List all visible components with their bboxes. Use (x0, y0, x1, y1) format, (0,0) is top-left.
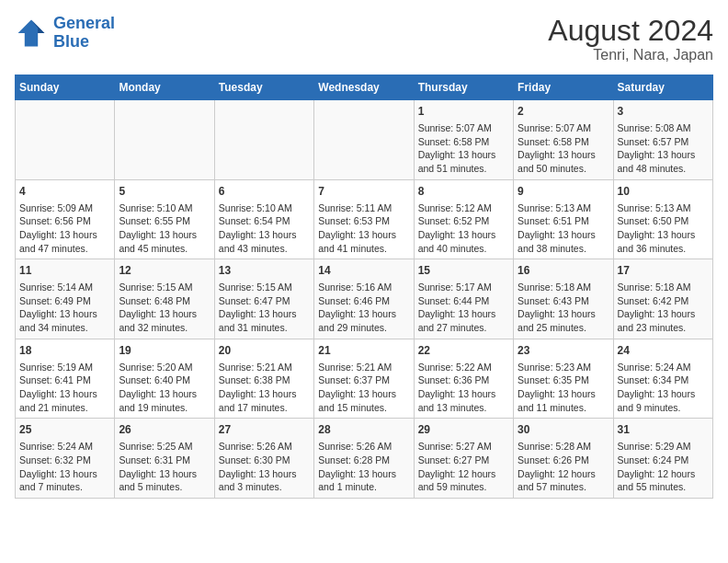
day-info: Sunrise: 5:14 AM Sunset: 6:49 PM Dayligh… (19, 281, 110, 335)
day-number: 16 (518, 263, 609, 279)
day-info: Sunrise: 5:09 AM Sunset: 6:56 PM Dayligh… (19, 201, 110, 256)
day-info: Sunrise: 5:22 AM Sunset: 6:36 PM Dayligh… (418, 361, 509, 415)
day-cell: 26Sunrise: 5:25 AM Sunset: 6:31 PM Dayli… (115, 419, 214, 499)
day-number: 10 (618, 184, 709, 200)
week-row-5: 25Sunrise: 5:24 AM Sunset: 6:32 PM Dayli… (16, 419, 713, 499)
day-cell: 3Sunrise: 5:08 AM Sunset: 6:57 PM Daylig… (613, 100, 712, 180)
day-info: Sunrise: 5:21 AM Sunset: 6:37 PM Dayligh… (318, 361, 409, 415)
day-info: Sunrise: 5:27 AM Sunset: 6:27 PM Dayligh… (418, 440, 509, 494)
day-number: 2 (518, 104, 609, 120)
day-info: Sunrise: 5:07 AM Sunset: 6:58 PM Dayligh… (518, 121, 609, 176)
header-day-friday: Friday (514, 75, 613, 100)
day-info: Sunrise: 5:26 AM Sunset: 6:28 PM Dayligh… (318, 440, 409, 494)
day-info: Sunrise: 5:25 AM Sunset: 6:31 PM Dayligh… (119, 440, 210, 494)
day-cell: 9Sunrise: 5:13 AM Sunset: 6:51 PM Daylig… (514, 179, 613, 259)
day-cell: 4Sunrise: 5:09 AM Sunset: 6:56 PM Daylig… (16, 179, 115, 259)
day-info: Sunrise: 5:15 AM Sunset: 6:48 PM Dayligh… (119, 281, 210, 335)
week-row-2: 4Sunrise: 5:09 AM Sunset: 6:56 PM Daylig… (16, 179, 713, 259)
logo-line1: General (53, 15, 115, 33)
calendar-table: SundayMondayTuesdayWednesdayThursdayFrid… (15, 75, 713, 499)
day-info: Sunrise: 5:18 AM Sunset: 6:42 PM Dayligh… (618, 281, 709, 335)
day-number: 13 (219, 263, 310, 279)
day-number: 20 (219, 343, 310, 359)
day-number: 6 (219, 184, 310, 200)
day-cell (115, 100, 214, 180)
week-row-3: 11Sunrise: 5:14 AM Sunset: 6:49 PM Dayli… (16, 259, 713, 339)
day-cell: 5Sunrise: 5:10 AM Sunset: 6:55 PM Daylig… (115, 179, 214, 259)
day-cell: 17Sunrise: 5:18 AM Sunset: 6:42 PM Dayli… (613, 259, 712, 339)
day-cell (16, 100, 115, 180)
day-info: Sunrise: 5:11 AM Sunset: 6:53 PM Dayligh… (318, 201, 409, 256)
header-row: SundayMondayTuesdayWednesdayThursdayFrid… (16, 75, 713, 100)
header-day-wednesday: Wednesday (314, 75, 414, 100)
day-cell: 31Sunrise: 5:29 AM Sunset: 6:24 PM Dayli… (613, 419, 712, 499)
day-number: 15 (418, 263, 509, 279)
day-number: 28 (318, 422, 409, 438)
day-cell: 20Sunrise: 5:21 AM Sunset: 6:38 PM Dayli… (214, 339, 313, 419)
day-cell: 29Sunrise: 5:27 AM Sunset: 6:27 PM Dayli… (414, 419, 513, 499)
day-info: Sunrise: 5:21 AM Sunset: 6:38 PM Dayligh… (219, 361, 310, 415)
day-info: Sunrise: 5:19 AM Sunset: 6:41 PM Dayligh… (19, 361, 110, 415)
day-cell: 30Sunrise: 5:28 AM Sunset: 6:26 PM Dayli… (514, 419, 613, 499)
day-cell: 24Sunrise: 5:24 AM Sunset: 6:34 PM Dayli… (613, 339, 712, 419)
day-info: Sunrise: 5:29 AM Sunset: 6:24 PM Dayligh… (618, 440, 709, 494)
day-cell: 19Sunrise: 5:20 AM Sunset: 6:40 PM Dayli… (115, 339, 214, 419)
day-number: 29 (418, 422, 509, 438)
week-row-4: 18Sunrise: 5:19 AM Sunset: 6:41 PM Dayli… (16, 339, 713, 419)
day-number: 27 (219, 422, 310, 438)
day-cell (214, 100, 313, 180)
day-number: 14 (318, 263, 409, 279)
day-number: 23 (518, 343, 609, 359)
page-header: General Blue August 2024 Tenri, Nara, Ja… (15, 15, 713, 63)
title-block: August 2024 Tenri, Nara, Japan (548, 15, 713, 63)
day-number: 3 (618, 104, 709, 120)
day-info: Sunrise: 5:24 AM Sunset: 6:32 PM Dayligh… (19, 440, 110, 494)
logo-icon (15, 17, 48, 50)
day-number: 18 (19, 343, 110, 359)
day-number: 5 (119, 184, 210, 200)
day-number: 19 (119, 343, 210, 359)
day-number: 24 (618, 343, 709, 359)
day-cell: 6Sunrise: 5:10 AM Sunset: 6:54 PM Daylig… (214, 179, 313, 259)
day-info: Sunrise: 5:26 AM Sunset: 6:30 PM Dayligh… (219, 440, 310, 494)
day-cell: 11Sunrise: 5:14 AM Sunset: 6:49 PM Dayli… (16, 259, 115, 339)
day-cell (314, 100, 414, 180)
day-info: Sunrise: 5:28 AM Sunset: 6:26 PM Dayligh… (518, 440, 609, 494)
header-day-thursday: Thursday (414, 75, 513, 100)
header-day-saturday: Saturday (613, 75, 712, 100)
day-number: 17 (618, 263, 709, 279)
calendar-subtitle: Tenri, Nara, Japan (548, 47, 713, 63)
day-info: Sunrise: 5:18 AM Sunset: 6:43 PM Dayligh… (518, 281, 609, 335)
day-info: Sunrise: 5:08 AM Sunset: 6:57 PM Dayligh… (618, 121, 709, 176)
day-cell: 7Sunrise: 5:11 AM Sunset: 6:53 PM Daylig… (314, 179, 414, 259)
day-number: 11 (19, 263, 110, 279)
day-info: Sunrise: 5:15 AM Sunset: 6:47 PM Dayligh… (219, 281, 310, 335)
day-cell: 16Sunrise: 5:18 AM Sunset: 6:43 PM Dayli… (514, 259, 613, 339)
week-row-1: 1Sunrise: 5:07 AM Sunset: 6:58 PM Daylig… (16, 100, 713, 180)
logo: General Blue (15, 15, 115, 52)
day-number: 12 (119, 263, 210, 279)
day-cell: 13Sunrise: 5:15 AM Sunset: 6:47 PM Dayli… (214, 259, 313, 339)
day-info: Sunrise: 5:10 AM Sunset: 6:54 PM Dayligh… (219, 201, 310, 256)
day-number: 1 (418, 104, 509, 120)
day-number: 26 (119, 422, 210, 438)
day-cell: 21Sunrise: 5:21 AM Sunset: 6:37 PM Dayli… (314, 339, 414, 419)
day-number: 25 (19, 422, 110, 438)
day-cell: 22Sunrise: 5:22 AM Sunset: 6:36 PM Dayli… (414, 339, 513, 419)
logo-line2: Blue (53, 33, 115, 52)
day-info: Sunrise: 5:20 AM Sunset: 6:40 PM Dayligh… (119, 361, 210, 415)
day-info: Sunrise: 5:13 AM Sunset: 6:51 PM Dayligh… (518, 201, 609, 256)
day-cell: 15Sunrise: 5:17 AM Sunset: 6:44 PM Dayli… (414, 259, 513, 339)
day-cell: 8Sunrise: 5:12 AM Sunset: 6:52 PM Daylig… (414, 179, 513, 259)
day-cell: 18Sunrise: 5:19 AM Sunset: 6:41 PM Dayli… (16, 339, 115, 419)
day-cell: 14Sunrise: 5:16 AM Sunset: 6:46 PM Dayli… (314, 259, 414, 339)
day-cell: 25Sunrise: 5:24 AM Sunset: 6:32 PM Dayli… (16, 419, 115, 499)
day-info: Sunrise: 5:13 AM Sunset: 6:50 PM Dayligh… (618, 201, 709, 256)
header-day-monday: Monday (115, 75, 214, 100)
day-number: 7 (318, 184, 409, 200)
day-cell: 28Sunrise: 5:26 AM Sunset: 6:28 PM Dayli… (314, 419, 414, 499)
day-info: Sunrise: 5:17 AM Sunset: 6:44 PM Dayligh… (418, 281, 509, 335)
day-number: 21 (318, 343, 409, 359)
day-number: 4 (19, 184, 110, 200)
calendar-title: August 2024 (548, 15, 713, 47)
